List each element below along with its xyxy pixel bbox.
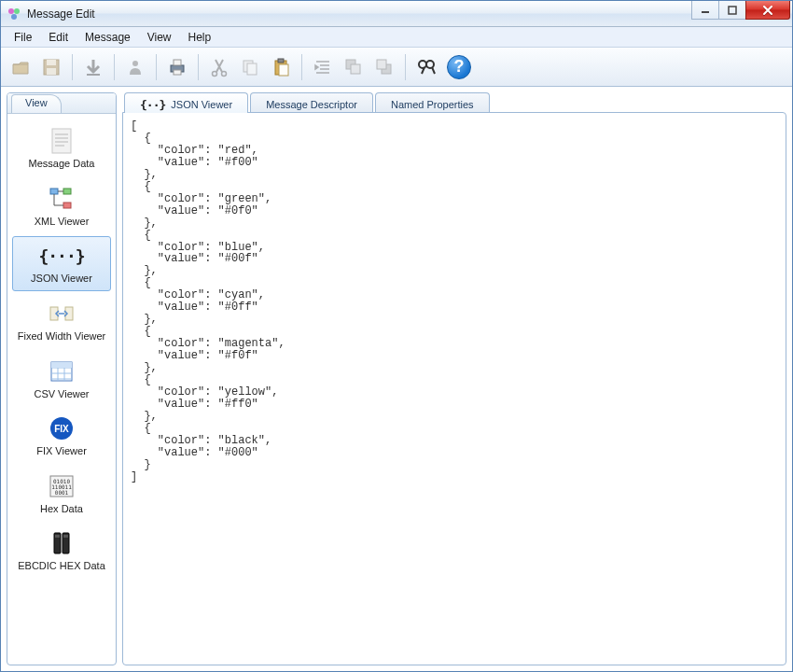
toolbar-separator xyxy=(405,54,406,80)
svg-rect-32 xyxy=(51,362,72,368)
stack-back-button[interactable] xyxy=(340,53,368,81)
content-area: View Message Data XML Viewer xyxy=(1,87,792,671)
help-button[interactable]: ? xyxy=(447,55,471,79)
svg-point-23 xyxy=(419,61,426,68)
close-button[interactable] xyxy=(745,1,790,20)
toolbar-separator xyxy=(198,54,199,80)
svg-rect-4 xyxy=(729,7,736,14)
window-title: Message Edit xyxy=(27,7,95,21)
save-button[interactable] xyxy=(37,53,65,81)
svg-rect-27 xyxy=(63,189,71,194)
toolbar-separator xyxy=(114,54,115,80)
svg-point-1 xyxy=(14,8,20,14)
menu-file[interactable]: File xyxy=(7,29,39,46)
toolbar-separator xyxy=(156,54,157,80)
down-button[interactable] xyxy=(79,53,107,81)
app-icon xyxy=(7,7,21,21)
main-body: [ { "color": "red", "value": "#f00" }, {… xyxy=(122,112,786,665)
main-panel: {··} JSON Viewer Message Descriptor Name… xyxy=(122,92,786,665)
sidebar-item-csv-viewer[interactable]: CSV Viewer xyxy=(12,352,111,407)
svg-point-13 xyxy=(222,71,227,76)
svg-rect-28 xyxy=(63,203,71,208)
menu-message[interactable]: Message xyxy=(77,29,138,46)
sidebar-body: Message Data XML Viewer {···} JSON Viewe… xyxy=(7,114,116,665)
sidebar-tab-view[interactable]: View xyxy=(11,94,62,113)
sidebar-item-label: Message Data xyxy=(15,158,108,170)
sidebar-item-json-viewer[interactable]: {···} JSON Viewer xyxy=(12,236,111,291)
json-icon: {···} xyxy=(15,241,108,271)
hex-icon: 010101100110001 xyxy=(15,471,108,501)
sidebar-tabstrip: View xyxy=(7,93,116,114)
svg-rect-25 xyxy=(52,129,71,153)
doc-icon xyxy=(15,126,108,156)
titlebar: Message Edit xyxy=(1,1,792,27)
sidebar-item-xml-viewer[interactable]: XML Viewer xyxy=(12,179,111,234)
svg-rect-42 xyxy=(63,535,68,538)
sidebar-item-label: EBCDIC HEX Data xyxy=(15,560,108,572)
svg-text:FIX: FIX xyxy=(54,424,69,434)
copy-button[interactable] xyxy=(236,53,264,81)
sidebar-item-label: XML Viewer xyxy=(15,216,108,228)
tree-icon xyxy=(15,184,108,214)
svg-rect-18 xyxy=(279,64,288,76)
open-button[interactable] xyxy=(7,53,35,81)
main-tabstrip: {··} JSON Viewer Message Descriptor Name… xyxy=(122,92,786,113)
paste-button[interactable] xyxy=(267,53,295,81)
sidebar-item-label: Hex Data xyxy=(15,503,108,515)
sidebar-item-hex-data[interactable]: 010101100110001 Hex Data xyxy=(12,467,111,522)
svg-text:0001: 0001 xyxy=(55,489,69,496)
sidebar-item-label: JSON Viewer xyxy=(15,273,108,285)
tab-named-properties[interactable]: Named Properties xyxy=(375,92,490,113)
svg-rect-20 xyxy=(351,64,360,74)
help-symbol: ? xyxy=(454,57,465,77)
svg-rect-15 xyxy=(247,63,257,75)
menu-help[interactable]: Help xyxy=(181,29,219,46)
svg-point-0 xyxy=(8,8,14,14)
svg-rect-41 xyxy=(55,535,60,538)
minimize-button[interactable] xyxy=(691,1,719,20)
window-controls xyxy=(692,1,790,20)
svg-rect-22 xyxy=(377,60,386,69)
sidebar-item-ebcdic-hex-data[interactable]: EBCDIC HEX Data xyxy=(12,524,111,579)
menu-edit[interactable]: Edit xyxy=(41,29,76,46)
svg-point-12 xyxy=(213,71,217,76)
print-button[interactable] xyxy=(163,53,191,81)
svg-point-2 xyxy=(11,14,17,20)
sidebar-item-message-data[interactable]: Message Data xyxy=(12,121,111,176)
json-content[interactable]: [ { "color": "red", "value": "#f00" }, {… xyxy=(131,120,778,483)
toolbar-separator xyxy=(301,54,302,80)
svg-rect-10 xyxy=(174,60,181,65)
sidebar: View Message Data XML Viewer xyxy=(7,92,117,665)
svg-point-8 xyxy=(132,61,138,66)
svg-rect-17 xyxy=(278,59,284,63)
stack-front-button[interactable] xyxy=(370,53,398,81)
person-button[interactable] xyxy=(121,53,149,81)
sidebar-item-fix-viewer[interactable]: FIX FIX Viewer xyxy=(12,409,111,464)
grid-icon xyxy=(15,357,108,386)
fixedwidth-icon xyxy=(15,299,108,329)
svg-rect-7 xyxy=(47,68,56,75)
sidebar-item-label: FIX Viewer xyxy=(15,445,108,457)
svg-rect-6 xyxy=(47,60,56,65)
tab-label: JSON Viewer xyxy=(171,99,232,110)
server-icon xyxy=(15,528,108,558)
maximize-button[interactable] xyxy=(718,1,746,20)
find-button[interactable] xyxy=(412,53,440,81)
indent-button[interactable] xyxy=(309,53,337,81)
app-window: Message Edit File Edit Message View Help xyxy=(0,0,793,672)
menubar: File Edit Message View Help xyxy=(1,27,792,48)
sidebar-item-label: CSV Viewer xyxy=(15,388,108,400)
menu-view[interactable]: View xyxy=(140,29,179,46)
cut-button[interactable] xyxy=(205,53,233,81)
svg-rect-26 xyxy=(50,189,58,194)
toolbar: ? xyxy=(1,48,792,87)
toolbar-separator xyxy=(72,54,73,80)
sidebar-item-fixed-width-viewer[interactable]: Fixed Width Viewer xyxy=(12,294,111,349)
tab-message-descriptor[interactable]: Message Descriptor xyxy=(250,92,373,113)
svg-rect-11 xyxy=(174,70,181,75)
tab-json-viewer[interactable]: {··} JSON Viewer xyxy=(124,92,248,113)
json-icon: {··} xyxy=(140,98,165,112)
fix-icon: FIX xyxy=(15,413,108,443)
tab-label: Message Descriptor xyxy=(266,99,357,110)
tab-label: Named Properties xyxy=(391,99,474,110)
